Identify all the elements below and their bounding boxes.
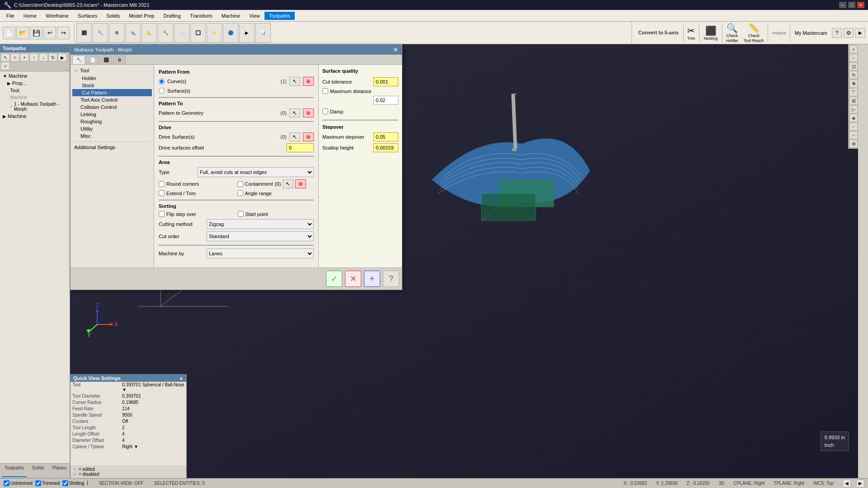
tp-toolbar-add[interactable]: + [20,53,29,61]
containment-check[interactable] [237,181,243,187]
containment-pick[interactable]: ↖ [283,179,293,188]
redo-button[interactable]: ↪ [57,27,70,39]
tp-tree-item-machine2[interactable]: - Machine [1,94,69,101]
containment-clear[interactable]: ⊗ [295,179,306,188]
tab-trimmed[interactable]: Trimmed [35,480,60,486]
nav-next[interactable]: → [849,131,858,139]
menu-surfaces[interactable]: Surfaces [73,12,102,20]
toolbar-btn-11[interactable]: ▶ [239,23,255,43]
check-tool-reach-button[interactable]: 📏 CheckTool Reach [742,22,766,44]
toolbar-btn-3[interactable]: ⚙ [109,23,124,43]
dtree-collision[interactable]: Collision Control [72,103,152,111]
pattern-to-clear-button[interactable]: ⊗ [303,108,314,117]
scallop-height-input[interactable] [373,143,398,152]
nav-zoom-out[interactable]: − [849,54,858,62]
curve-radio[interactable] [159,79,165,84]
max-distance-input[interactable] [373,96,398,105]
nav-pan[interactable]: ✥ [849,80,858,88]
dialog-tab-icon2[interactable]: 📄 [86,56,99,64]
toolbar-btn-7[interactable]: ⬜ [174,23,189,43]
trim-button[interactable]: ✂ Trim [685,24,697,42]
toolbar-btn-5[interactable]: 📐 [142,23,157,43]
menu-transform[interactable]: Transform [185,12,217,20]
nav-right[interactable]: ▷ [849,105,858,113]
maximize-button[interactable]: □ [848,2,855,8]
menu-home[interactable]: Home [19,12,41,20]
nav-fit[interactable]: ⊡ [849,62,858,70]
tab-toolpaths[interactable]: Toolpaths [2,465,27,477]
dialog-cancel-button[interactable]: ✕ [345,271,361,287]
dtree-tool-axis[interactable]: Tool Axis Control [72,96,152,103]
drive-pick-button[interactable]: ↖ [289,132,300,141]
open-button[interactable]: 📂 [16,27,29,39]
tab-slotting[interactable]: Slotting [62,480,84,486]
close-button[interactable]: ✕ [857,2,864,8]
toolbar-btn-2[interactable]: 🔧 [93,23,108,43]
damp-check[interactable] [322,108,328,114]
dialog-help-button[interactable]: ? [383,271,399,287]
tp-toolbar-move-down[interactable]: ↓ [39,53,48,61]
toolbar-btn-1[interactable]: ⬛ [76,23,92,43]
menu-machine[interactable]: Machine [217,12,245,20]
status-btn-1[interactable]: ◀ [843,479,851,488]
dtree-misc[interactable]: Misc [72,132,152,140]
dialog-tab-icon3[interactable]: ⬛ [99,56,112,64]
angle-range-check[interactable] [237,190,243,196]
toolbar-btn-12[interactable]: 📊 [255,23,271,43]
dialog-ok-button[interactable]: ✓ [326,271,342,287]
help-icon[interactable]: ? [832,28,842,38]
nav-rotate[interactable]: ↻ [849,71,858,79]
cut-tolerance-input[interactable] [373,77,398,86]
nav-front[interactable]: ⊞ [849,97,858,105]
flip-step-check[interactable] [159,211,165,217]
toolbar-btn-10[interactable]: 🔵 [223,23,238,43]
dtree-stock[interactable]: Stock [72,82,152,89]
dtree-additional[interactable]: Additional Settings [72,144,152,151]
dtree-holder[interactable]: Holder [72,75,152,82]
extend-trim-check[interactable] [159,190,165,196]
new-button[interactable]: 📄 [3,27,15,39]
max-distance-check[interactable] [322,88,328,94]
tp-toolbar-select[interactable]: ↖ [1,53,10,61]
tp-toolbar-x[interactable]: ✕ [10,53,19,61]
status-btn-2[interactable]: ▶ [856,479,864,488]
surface-radio[interactable] [159,88,165,94]
dtree-linking[interactable]: Linking [72,111,152,118]
toolbar-btn-6[interactable]: 🔨 [158,23,173,43]
cut-order-select[interactable]: Standard Shortest path [207,231,314,241]
start-point-check[interactable] [238,211,244,217]
tp-tree-item-machine1[interactable]: ▼ Machine [1,72,69,80]
dialog-tab-icon4[interactable]: ⚙ [113,56,126,64]
type-select[interactable]: Full, avoid cuts at exact edges Full Par… [198,167,314,177]
check-holder-button[interactable]: 🔍 CheckHolder [724,22,740,44]
menu-wireframe[interactable]: Wireframe [41,12,73,20]
tp-tree-item-morph[interactable]: ✓ 1 - Multiaxis Toolpath - Morph [1,101,69,113]
dtree-cut-pattern[interactable]: Cut Pattern [72,89,152,96]
tp-toolbar-sim[interactable]: ▶ [58,53,67,61]
minimize-button[interactable]: ─ [839,2,846,8]
nesting-button[interactable]: ⬛ Nesting [701,24,721,42]
dialog-title-bar[interactable]: Multiaxis Toolpath - Morph ✕ [71,45,402,55]
drive-clear-button[interactable]: ⊗ [303,132,314,141]
drive-offset-input[interactable] [287,143,314,152]
nav-zoom-in[interactable]: + [849,45,858,53]
max-stepover-input[interactable] [373,132,398,141]
tp-toolbar-regen[interactable]: ↻ [48,53,57,61]
curve-pick-button[interactable]: ↖ [289,77,300,86]
toolbar-btn-8[interactable]: 🔲 [190,23,206,43]
menu-drafting[interactable]: Drafting [159,12,185,20]
dialog-add-button[interactable]: + [364,271,380,287]
menu-file[interactable]: File [2,12,19,20]
menu-toolpaths[interactable]: Toolpaths [264,12,295,20]
expand-icon[interactable]: ▶ [855,28,865,38]
menu-solids[interactable]: Solids [102,12,124,20]
tp-toolbar-move-up[interactable]: ↑ [29,53,38,61]
nav-top[interactable]: ⊤ [849,88,858,96]
round-corners-check[interactable] [159,181,165,187]
cutting-method-select[interactable]: Zigzag One way Spiral [207,219,314,229]
settings-icon[interactable]: ⚙ [844,28,854,38]
tp-tree-item-tool[interactable]: - Tool [1,87,69,94]
nav-iso[interactable]: ◈ [849,114,858,122]
dtree-tool[interactable]: ✓ Tool [72,66,152,75]
menu-model-prep[interactable]: Model Prep [124,12,159,20]
